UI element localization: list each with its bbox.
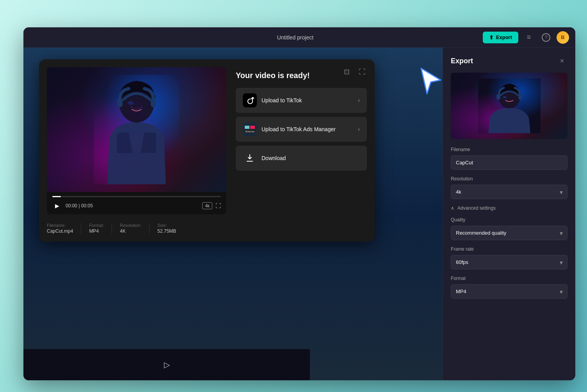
export-upload-icon: ⬆ xyxy=(489,34,494,41)
meta-format-label: Format: xyxy=(89,223,104,228)
quality-label: Quality xyxy=(451,217,567,223)
meta-resolution-value: 4K xyxy=(120,228,141,234)
export-label: Export xyxy=(496,34,512,40)
controls-row: ▶ 00:00 | 00:05 4k xyxy=(52,201,221,210)
svg-text:TikTok Ads: TikTok Ads xyxy=(245,130,254,133)
time-current: 00:00 xyxy=(66,203,77,208)
meta-size-value: 52.75MB xyxy=(157,228,176,234)
meta-filename-value: CapCut.mp4 xyxy=(47,228,73,234)
download-label: Download xyxy=(261,155,286,161)
play-icon: ▶ xyxy=(55,203,59,209)
avatar-icon: B xyxy=(561,34,564,40)
download-left: Download xyxy=(243,151,286,165)
time-total: 00:05 xyxy=(81,203,93,208)
chevron-right-icon-1: › xyxy=(358,97,360,104)
fullscreen-icon: ⛶ xyxy=(359,68,366,76)
meta-format: Format: MP4 xyxy=(89,223,104,234)
help-icon: ? xyxy=(542,33,550,42)
meta-format-value: MP4 xyxy=(89,228,104,234)
meta-resolution: Resolution: 4K xyxy=(120,223,141,234)
timeline-play-button[interactable]: ▷ xyxy=(164,360,170,369)
upload-tiktok-left: Upload to TikTok xyxy=(243,93,302,107)
video-meta: Filename: CapCut.mp4 Format: MP4 Resolut… xyxy=(47,219,226,234)
play-button[interactable]: ▶ xyxy=(52,201,62,210)
format-select[interactable]: MP4 MOV AVI GIF xyxy=(451,284,567,299)
meta-size-label: Size: xyxy=(157,223,176,228)
resolution-select-wrapper: 4k 2k 1080p 720p xyxy=(451,185,567,199)
meta-divider-2 xyxy=(112,223,112,234)
controls-right: 4k ⛶ xyxy=(202,202,221,209)
chevron-right-icon-2: › xyxy=(358,126,360,133)
video-modal: ⊡ ⛶ xyxy=(39,59,375,242)
export-thumbnail xyxy=(451,73,567,139)
svg-point-17 xyxy=(503,96,507,98)
meta-size: Size: 52.75MB xyxy=(157,223,176,234)
advanced-settings-label: Advanced settings xyxy=(457,205,496,211)
export-panel: Export × xyxy=(443,48,575,380)
layers-icon: ≡ xyxy=(527,33,531,41)
meta-divider-3 xyxy=(149,223,149,234)
svg-point-6 xyxy=(128,101,134,105)
timeline-play-icon: ▷ xyxy=(164,360,170,369)
upload-tiktok-button[interactable]: Upload to TikTok › xyxy=(236,88,367,113)
svg-rect-8 xyxy=(250,126,255,129)
main-content: ⊡ ⛶ xyxy=(23,48,575,380)
resolution-label: Resolution xyxy=(451,176,567,182)
quality-select[interactable]: Recommended quality High quality Medium … xyxy=(451,226,567,240)
export-panel-title: Export xyxy=(451,57,473,65)
chevron-up-icon: ∧ xyxy=(451,205,454,211)
framerate-select-wrapper: 60fps 30fps 24fps xyxy=(451,255,567,269)
fullscreen-modal-button[interactable]: ⛶ xyxy=(356,66,368,78)
tiktok-ads-logo-svg: TikTok Ads xyxy=(245,126,255,133)
layers-button[interactable]: ≡ xyxy=(522,31,535,44)
editor-area: ⊡ ⛶ xyxy=(23,48,443,380)
meta-resolution-label: Resolution: xyxy=(120,223,141,228)
framerate-select[interactable]: 60fps 30fps 24fps xyxy=(451,255,567,269)
action-section: Your video is ready! Upload to TikTok xyxy=(236,67,367,234)
close-export-panel-button[interactable]: × xyxy=(557,55,567,66)
download-icon xyxy=(243,151,257,165)
top-bar-right: ⬆ Export ≡ ? B xyxy=(483,31,569,44)
advanced-settings-toggle[interactable]: ∧ Advanced settings xyxy=(451,205,496,211)
video-person-svg xyxy=(94,75,180,184)
upload-tiktok-ads-left: TikTok Ads Upload to TikTok Ads Manager xyxy=(243,122,336,136)
app-window: Untitled project ⬆ Export ≡ ? B xyxy=(23,27,575,380)
export-thumbnail-svg xyxy=(478,78,541,133)
close-icon: × xyxy=(560,57,564,65)
upload-tiktok-ads-label: Upload to TikTok Ads Manager xyxy=(261,126,336,132)
project-title: Untitled project xyxy=(277,34,313,41)
tiktok-logo-svg xyxy=(245,96,254,105)
download-icon-svg xyxy=(245,153,254,163)
avatar-button[interactable]: B xyxy=(557,31,569,44)
tiktok-ads-icon: TikTok Ads xyxy=(243,122,257,136)
progress-bar[interactable] xyxy=(52,196,221,197)
top-bar: Untitled project ⬆ Export ≡ ? B xyxy=(23,27,575,48)
svg-rect-4 xyxy=(117,98,123,107)
fullscreen-player-button[interactable]: ⛶ xyxy=(215,203,221,209)
upload-tiktok-ads-button[interactable]: TikTok Ads Upload to TikTok Ads Manager … xyxy=(236,117,367,142)
svg-rect-5 xyxy=(151,98,156,107)
filename-input[interactable] xyxy=(451,155,567,170)
download-button[interactable]: Download xyxy=(236,146,367,171)
help-button[interactable]: ? xyxy=(539,31,553,44)
quality-badge: 4k xyxy=(202,202,212,209)
export-button[interactable]: ⬆ Export xyxy=(483,32,518,43)
svg-rect-7 xyxy=(245,126,249,129)
fullscreen-player-icon: ⛶ xyxy=(215,203,221,209)
video-thumbnail xyxy=(47,67,226,192)
feedback-icon: ⊡ xyxy=(344,68,350,76)
export-panel-title-row: Export × xyxy=(451,55,567,66)
controls-left: ▶ 00:00 | 00:05 xyxy=(52,201,93,210)
svg-rect-16 xyxy=(518,94,522,100)
time-display: 00:00 | 00:05 xyxy=(66,203,93,208)
filename-label: Filename xyxy=(451,147,567,152)
resolution-select[interactable]: 4k 2k 1080p 720p xyxy=(451,185,567,199)
video-player-section: ▶ 00:00 | 00:05 4k xyxy=(47,67,226,234)
video-controls: ▶ 00:00 | 00:05 4k xyxy=(47,192,226,214)
feedback-button[interactable]: ⊡ xyxy=(340,66,353,78)
upload-tiktok-label: Upload to TikTok xyxy=(261,97,302,103)
video-preview xyxy=(47,67,226,192)
svg-rect-15 xyxy=(496,94,500,100)
meta-filename: Filename: CapCut.mp4 xyxy=(47,223,73,234)
modal-top-buttons: ⊡ ⛶ xyxy=(340,66,368,78)
